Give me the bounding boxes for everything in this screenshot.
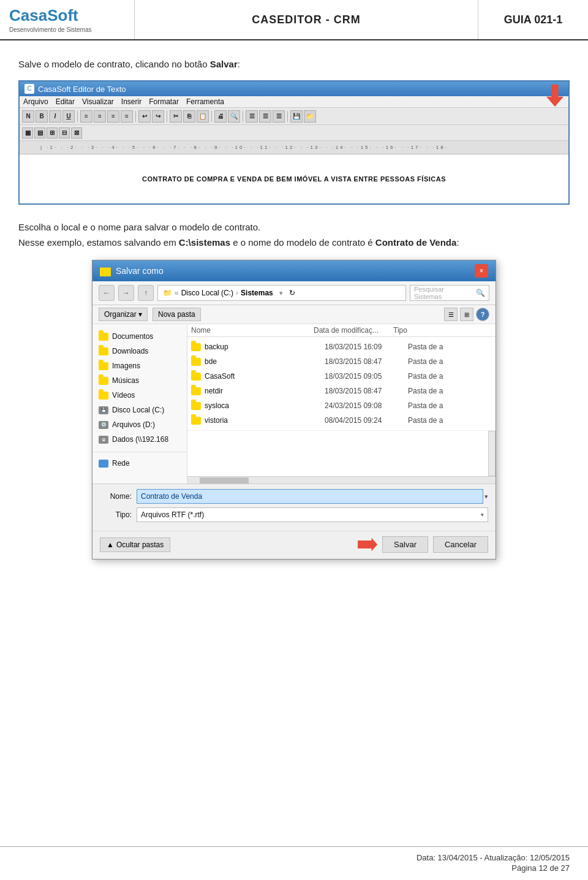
menu-arquivo[interactable]: Arquivo bbox=[23, 97, 48, 106]
file-date-vistoria: 08/04/2015 09:24 bbox=[325, 416, 404, 425]
new-folder-button[interactable]: Nova pasta bbox=[153, 308, 201, 321]
hide-folders-label: Ocultar pastas bbox=[116, 541, 164, 549]
editor-title: CasaSoft Editor de Texto bbox=[38, 85, 126, 94]
toolbar-undo[interactable]: ↩ bbox=[138, 110, 151, 123]
sidebar-item-arquivos-d[interactable]: 💿 Arquivos (D:) bbox=[92, 417, 187, 432]
dialog-close-button[interactable]: × bbox=[475, 264, 488, 278]
file-row-casasoft[interactable]: CasaSoft 18/03/2015 09:05 Pasta de a bbox=[187, 369, 496, 384]
save-dialog: Salvar como × ← → ↑ 📁 « Disco Local (C:)… bbox=[92, 260, 496, 559]
toolbar-list1[interactable]: ☰ bbox=[246, 110, 258, 123]
horizontal-scrollbar[interactable] bbox=[187, 476, 496, 484]
name-field-row: Nome: Contrato de Venda ▾ bbox=[100, 489, 488, 504]
toolbar-cut[interactable]: ✂ bbox=[170, 110, 182, 123]
dialog-bottom-bar: Nome: Contrato de Venda ▾ Tipo: Arquivos… bbox=[92, 484, 496, 531]
folder-icon-videos bbox=[99, 392, 108, 400]
dialog-titlebar: Salvar como × bbox=[92, 260, 496, 281]
toolbar-row[interactable]: ⊟ bbox=[59, 127, 70, 138]
dialog-buttons-row: ▲ Ocultar pastas Salvar Cancelar bbox=[92, 531, 496, 559]
file-row-vistoria[interactable]: vistoria 08/04/2015 09:24 Pasta de a bbox=[187, 413, 496, 428]
file-type-backup: Pasta de a bbox=[408, 343, 492, 351]
file-row-bde[interactable]: bde 18/03/2015 08:47 Pasta de a bbox=[187, 354, 496, 369]
folder-icon-imagens bbox=[99, 362, 108, 370]
toolbar-save[interactable]: 💾 bbox=[290, 110, 303, 123]
type-label: Tipo: bbox=[100, 510, 137, 519]
toolbar-copy[interactable]: ⎘ bbox=[183, 110, 195, 123]
vertical-scrollbar[interactable] bbox=[488, 431, 496, 476]
folder-icon-bde bbox=[191, 358, 201, 366]
file-name-casasoft: CasaSoft bbox=[205, 372, 321, 381]
view-list-button[interactable]: ☰ bbox=[444, 308, 458, 321]
editor-toolbar-row1: N B I U ≡ ≡ ≡ ≡ ↩ ↪ ✂ ⎘ 📋 🖨 🔍 ☰ ☰ ☰ 💾 📁 bbox=[20, 108, 568, 125]
path-folder[interactable]: Sistemas bbox=[241, 289, 273, 297]
sidebar-label-dados-network: Dados (\\192.168 bbox=[112, 435, 168, 444]
toolbar-zoom[interactable]: 🔍 bbox=[228, 110, 240, 123]
help-button[interactable]: ? bbox=[476, 308, 489, 321]
file-row-backup[interactable]: backup 18/03/2015 16:09 Pasta de a bbox=[187, 339, 496, 354]
sidebar-item-downloads[interactable]: Downloads bbox=[92, 344, 187, 358]
ruler-marks: | ·1· · ·2· · ·3· · ·4· · ·5· · ·6· · ·7… bbox=[22, 145, 448, 150]
toolbar-u[interactable]: U bbox=[62, 110, 75, 123]
toolbar-i[interactable]: I bbox=[49, 110, 61, 123]
sidebar-item-disco-local[interactable]: 💾 Disco Local (C:) bbox=[92, 403, 187, 417]
toolbar-col[interactable]: ⊞ bbox=[47, 127, 58, 138]
cancel-button[interactable]: Cancelar bbox=[433, 536, 488, 553]
dialog-title-text: Salvar como bbox=[116, 266, 164, 276]
header-right-title: GUIA 021-1 bbox=[478, 0, 588, 39]
save-button[interactable]: Salvar bbox=[382, 536, 428, 553]
up-button[interactable]: ↑ bbox=[138, 285, 154, 301]
back-button[interactable]: ← bbox=[99, 285, 115, 301]
menu-visualizar[interactable]: Visualizar bbox=[82, 97, 114, 106]
toolbar-redo[interactable]: ↪ bbox=[152, 110, 164, 123]
search-box[interactable]: Pesquisar Sistemas 🔍 bbox=[410, 285, 489, 301]
col-header-type: Tipo bbox=[393, 326, 492, 335]
menu-editar[interactable]: Editar bbox=[56, 97, 75, 106]
toolbar-sep5 bbox=[243, 111, 243, 122]
file-row-sysloca[interactable]: sysloca 24/03/2015 09:08 Pasta de a bbox=[187, 398, 496, 413]
toolbar-table[interactable]: ▦ bbox=[22, 127, 33, 138]
menu-formatar[interactable]: Formatar bbox=[149, 97, 179, 106]
col-header-name: Nome bbox=[191, 326, 314, 335]
toolbar-print[interactable]: 🖨 bbox=[214, 110, 227, 123]
sidebar-label-imagens: Imagens bbox=[112, 362, 140, 370]
forward-button[interactable]: → bbox=[118, 285, 134, 301]
menu-inserir[interactable]: Inserir bbox=[121, 97, 141, 106]
instruction-line2: Nesse exemplo, estamos salvando em C:\si… bbox=[18, 237, 570, 248]
hide-folders-button[interactable]: ▲ Ocultar pastas bbox=[100, 537, 170, 552]
refresh-icon[interactable]: ↻ bbox=[289, 289, 295, 297]
toolbar-open[interactable]: 📁 bbox=[304, 110, 316, 123]
toolbar-list2[interactable]: ☰ bbox=[259, 110, 271, 123]
toolbar-sep3 bbox=[167, 111, 167, 122]
sidebar-item-rede[interactable]: Rede bbox=[92, 456, 187, 471]
type-dropdown[interactable]: Arquivos RTF (*.rtf) ▾ bbox=[137, 507, 488, 522]
file-date-sysloca: 24/03/2015 09:08 bbox=[325, 401, 404, 410]
page-header: CasaSoft Desenvolvimento de Sistemas CAS… bbox=[0, 0, 588, 40]
toolbar-merge[interactable]: ⊠ bbox=[71, 127, 82, 138]
logo-area: CasaSoft Desenvolvimento de Sistemas bbox=[0, 0, 135, 39]
sidebar-item-videos[interactable]: Vídeos bbox=[92, 388, 187, 403]
toolbar-justify[interactable]: ≡ bbox=[121, 110, 133, 123]
toolbar-align-center[interactable]: ≡ bbox=[94, 110, 106, 123]
toolbar-b[interactable]: B bbox=[36, 110, 48, 123]
file-list-header: Nome Data de modificaç... Tipo bbox=[187, 324, 496, 337]
toolbar-border[interactable]: ▤ bbox=[34, 127, 45, 138]
logo-title: CasaSoft bbox=[9, 6, 125, 25]
menu-ferramenta[interactable]: Ferramenta bbox=[186, 97, 224, 106]
dialog-folder-icon bbox=[100, 265, 111, 276]
path-drive[interactable]: Disco Local (C:) bbox=[181, 289, 233, 297]
sidebar-item-imagens[interactable]: Imagens bbox=[92, 358, 187, 373]
organize-button[interactable]: Organizar ▾ bbox=[99, 308, 148, 321]
file-row-netdir[interactable]: netdir 18/03/2015 08:47 Pasta de a bbox=[187, 384, 496, 398]
name-input[interactable]: Contrato de Venda bbox=[137, 489, 483, 504]
path-bar[interactable]: 📁 « Disco Local (C:) › Sistemas ▾ ↻ bbox=[157, 285, 406, 301]
view-grid-button[interactable]: ⊞ bbox=[460, 308, 473, 321]
toolbar-n[interactable]: N bbox=[22, 110, 34, 123]
logo-part2: Soft bbox=[47, 6, 78, 25]
name-dropdown-arrow[interactable]: ▾ bbox=[484, 493, 488, 501]
toolbar-align-left[interactable]: ≡ bbox=[80, 110, 92, 123]
sidebar-item-musicas[interactable]: Músicas bbox=[92, 373, 187, 388]
toolbar-paste[interactable]: 📋 bbox=[197, 110, 209, 123]
toolbar-align-right[interactable]: ≡ bbox=[107, 110, 119, 123]
sidebar-item-documentos[interactable]: Documentos bbox=[92, 329, 187, 344]
sidebar-item-dados-network[interactable]: 🖥 Dados (\\192.168 bbox=[92, 432, 187, 447]
toolbar-list3[interactable]: ☰ bbox=[273, 110, 285, 123]
